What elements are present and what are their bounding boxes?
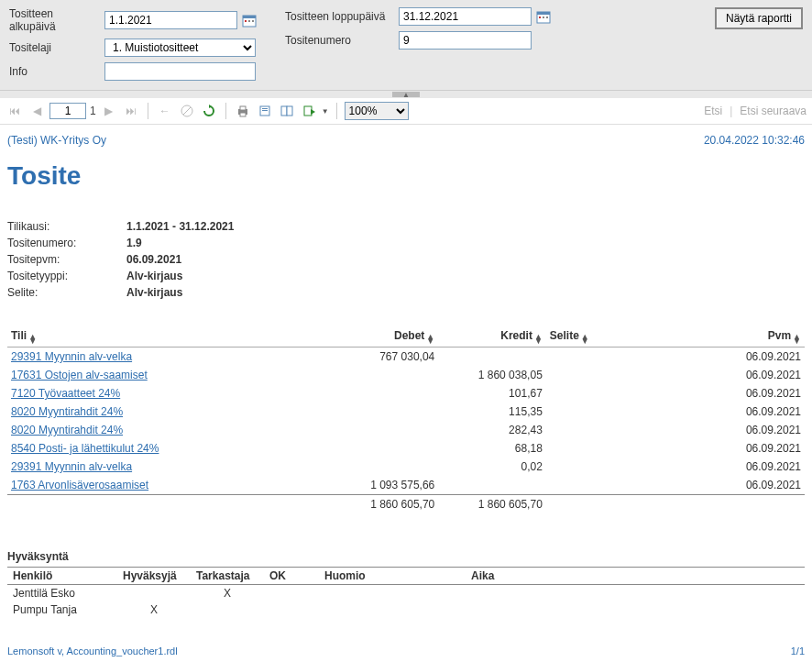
company-name: (Testi) WK-Yritys Oy <box>7 134 106 147</box>
cell-kredit: 282,43 <box>438 421 546 439</box>
cell-debet <box>331 366 439 384</box>
app-henkilo: Pumpu Tanja <box>7 601 117 618</box>
cell-kredit: 1 860 038,05 <box>438 366 546 384</box>
svg-rect-19 <box>281 106 287 116</box>
appcol-tarkastaja: Tarkastaja <box>191 568 264 585</box>
table-row: 17631 Ostojen alv-saamiset1 860 038,0506… <box>7 366 805 384</box>
page-current-input[interactable] <box>49 103 86 119</box>
col-selite[interactable]: Selite▲▼ <box>546 326 719 348</box>
report-timestamp: 20.04.2022 10:32:46 <box>704 134 805 147</box>
calendar-icon[interactable] <box>241 12 258 28</box>
approval-row: Jenttilä EskoX <box>7 585 805 602</box>
svg-rect-15 <box>240 113 246 116</box>
table-row: 8020 Myyntirahdit 24%115,3506.09.2021 <box>7 403 805 421</box>
filter-type-label: Tositelaji <box>9 41 101 54</box>
appcol-henkilo: Henkilö <box>7 568 117 585</box>
cell-kredit <box>438 476 546 495</box>
search-next-label[interactable]: Etsi seuraava <box>740 105 807 117</box>
cell-account[interactable]: 8540 Posti- ja lähettikulut 24% <box>7 439 331 458</box>
cell-account[interactable]: 8020 Myyntirahdit 24% <box>7 403 331 421</box>
cell-kredit: 115,35 <box>438 403 546 421</box>
svg-rect-8 <box>543 17 544 18</box>
appcol-huomio: Huomio <box>319 568 466 585</box>
prev-page-icon[interactable]: ◀ <box>27 102 46 120</box>
report-meta: Tilikausi: 1.1.2021 - 31.12.2021 Tositen… <box>7 218 234 301</box>
cell-account[interactable]: 29391 Myynnin alv-velka <box>7 348 331 367</box>
total-kredit: 1 860 605,70 <box>438 495 546 514</box>
cell-account[interactable]: 1763 Arvonlisäverosaamiset <box>7 476 331 495</box>
svg-rect-7 <box>539 17 541 18</box>
next-page-icon[interactable]: ▶ <box>100 102 118 120</box>
report-footer: Lemonsoft v, Accounting_voucher1.rdl 1/1 <box>0 645 812 662</box>
print-layout-icon[interactable] <box>256 102 274 120</box>
app-ok <box>264 601 319 618</box>
cell-kredit <box>438 348 546 367</box>
calendar-icon[interactable] <box>535 8 552 25</box>
run-report-button[interactable]: Näytä raportti <box>715 7 803 29</box>
app-aika <box>466 585 805 602</box>
zoom-select[interactable]: 100% <box>345 102 409 120</box>
last-page-icon[interactable]: ⏭ <box>122 102 140 120</box>
svg-rect-2 <box>245 20 247 22</box>
total-debet: 1 860 605,70 <box>331 495 439 514</box>
cell-debet <box>331 421 439 439</box>
svg-rect-21 <box>304 106 312 116</box>
filter-number-input[interactable] <box>399 31 532 50</box>
svg-rect-14 <box>240 106 246 110</box>
meta-label: Tositetyyppi: <box>7 268 126 284</box>
filter-info-input[interactable] <box>104 62 256 81</box>
cell-pvm: 06.09.2021 <box>719 384 805 403</box>
cell-debet <box>331 439 439 458</box>
back-icon[interactable]: ← <box>156 102 174 120</box>
filter-end-input[interactable] <box>399 7 532 26</box>
col-debet[interactable]: Debet▲▼ <box>331 326 439 348</box>
cell-debet <box>331 458 439 476</box>
table-row: 8020 Myyntirahdit 24%282,4306.09.2021 <box>7 421 805 439</box>
page-setup-icon[interactable] <box>278 102 296 120</box>
table-row: 8540 Posti- ja lähettikulut 24%68,1806.0… <box>7 439 805 458</box>
filter-start-input[interactable] <box>104 11 237 29</box>
filter-panel: Tositteen alkupäivä Tositelaji 1. Muisti… <box>0 0 812 91</box>
cell-selite <box>546 439 719 458</box>
report-toolbar: ⏮ ◀ 1 ▶ ⏭ ← ▼ 100% Etsi | Etsi seuraava <box>0 98 812 125</box>
meta-value: 1.1.2021 - 31.12.2021 <box>126 218 234 235</box>
footer-source: Lemonsoft v, Accounting_voucher1.rdl <box>7 645 178 656</box>
cell-account[interactable]: 17631 Ostojen alv-saamiset <box>7 366 331 384</box>
col-tili[interactable]: Tili▲▼ <box>7 326 331 348</box>
svg-rect-3 <box>248 20 250 22</box>
refresh-icon[interactable] <box>200 102 218 120</box>
approval-row: Pumpu TanjaX <box>7 601 805 618</box>
stop-icon[interactable] <box>178 102 196 120</box>
cell-pvm: 06.09.2021 <box>719 439 805 458</box>
meta-value: 06.09.2021 <box>126 251 234 268</box>
col-kredit[interactable]: Kredit▲▼ <box>438 326 546 348</box>
sort-icon: ▲▼ <box>28 335 37 344</box>
first-page-icon[interactable]: ⏮ <box>5 102 24 120</box>
table-row: 7120 Työvaatteet 24%101,6706.09.2021 <box>7 384 805 403</box>
cell-kredit: 0,02 <box>438 458 546 476</box>
cell-account[interactable]: 7120 Työvaatteet 24% <box>7 384 331 403</box>
app-tarkastaja: X <box>191 585 264 602</box>
cell-pvm: 06.09.2021 <box>719 476 805 495</box>
table-row: 29391 Myynnin alv-velka767 030,0406.09.2… <box>7 348 805 367</box>
appcol-aika: Aika <box>466 568 805 585</box>
cell-selite <box>546 348 719 367</box>
svg-marker-22 <box>311 109 315 115</box>
table-row: 29391 Myynnin alv-velka0,0206.09.2021 <box>7 458 805 476</box>
page-total: 1 <box>90 105 96 117</box>
export-dropdown-icon[interactable]: ▼ <box>322 107 329 116</box>
sort-icon: ▲▼ <box>534 335 543 344</box>
panel-collapse-toggle[interactable]: ▲ <box>0 91 812 98</box>
print-icon[interactable] <box>234 102 252 120</box>
cell-account[interactable]: 8020 Myyntirahdit 24% <box>7 421 331 439</box>
svg-rect-20 <box>287 106 292 116</box>
filter-type-select[interactable]: 1. Muistiotositteet <box>104 39 256 57</box>
report-body: (Testi) WK-Yritys Oy 20.04.2022 10:32:46… <box>0 125 812 636</box>
cell-kredit: 68,18 <box>438 439 546 458</box>
cell-selite <box>546 476 719 495</box>
cell-account[interactable]: 29391 Myynnin alv-velka <box>7 458 331 476</box>
cell-selite <box>546 366 719 384</box>
export-icon[interactable] <box>300 102 318 120</box>
report-title: Tosite <box>7 161 805 191</box>
col-pvm[interactable]: Pvm▲▼ <box>719 326 805 348</box>
